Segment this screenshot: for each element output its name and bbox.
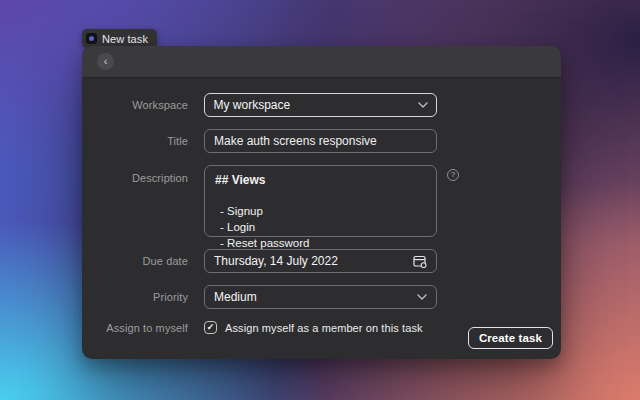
due-date-row: Due date Thursday, 14 July 2022 [82, 249, 561, 273]
workspace-label: Workspace [82, 99, 188, 111]
back-button[interactable]: ‹ [97, 53, 114, 70]
title-input[interactable]: Make auth screens responsive [204, 129, 437, 153]
modal-body: Workspace My workspace Title Make auth s… [82, 78, 561, 334]
create-task-button-label: Create task [479, 332, 542, 344]
description-line: - Login [220, 219, 426, 235]
due-date-input[interactable]: Thursday, 14 July 2022 [204, 249, 437, 273]
priority-row: Priority Medium [82, 285, 561, 309]
priority-selected-value: Medium [214, 290, 257, 304]
description-line: - Signup [220, 203, 426, 219]
assign-label: Assign to myself [82, 322, 188, 334]
due-date-label: Due date [82, 255, 188, 267]
help-button[interactable]: ? [447, 169, 459, 181]
title-value: Make auth screens responsive [214, 134, 377, 148]
modal-header: ‹ [82, 46, 561, 78]
assign-checkbox-label: Assign myself as a member on this task [225, 322, 423, 334]
question-mark-icon: ? [451, 171, 455, 179]
description-list: - Signup - Login - Reset password [215, 203, 426, 251]
workspace-select[interactable]: My workspace [204, 93, 437, 117]
title-label: Title [82, 135, 188, 147]
chevron-left-icon: ‹ [104, 56, 108, 67]
new-task-badge-label: New task [102, 33, 148, 45]
description-label: Description [82, 165, 188, 184]
assign-checkbox[interactable]: ✓ [204, 321, 217, 334]
create-task-button[interactable]: Create task [468, 327, 553, 349]
title-row: Title Make auth screens responsive [82, 129, 561, 153]
checkmark-icon: ✓ [207, 323, 215, 332]
new-task-modal: ‹ Workspace My workspace Title Make auth… [82, 46, 561, 359]
priority-label: Priority [82, 291, 188, 303]
calendar-picker-button[interactable] [413, 255, 427, 268]
app-icon [86, 33, 97, 44]
priority-select[interactable]: Medium [204, 285, 437, 309]
description-row: Description ## Views - Signup - Login - … [82, 165, 561, 237]
workspace-selected-value: My workspace [214, 98, 291, 112]
workspace-row: Workspace My workspace [82, 93, 561, 117]
description-textarea[interactable]: ## Views - Signup - Login - Reset passwo… [204, 165, 437, 237]
description-heading: ## Views [215, 173, 426, 188]
calendar-icon [413, 255, 427, 268]
chevron-down-icon [418, 102, 428, 108]
chevron-down-icon [417, 294, 427, 300]
due-date-value: Thursday, 14 July 2022 [214, 254, 338, 268]
